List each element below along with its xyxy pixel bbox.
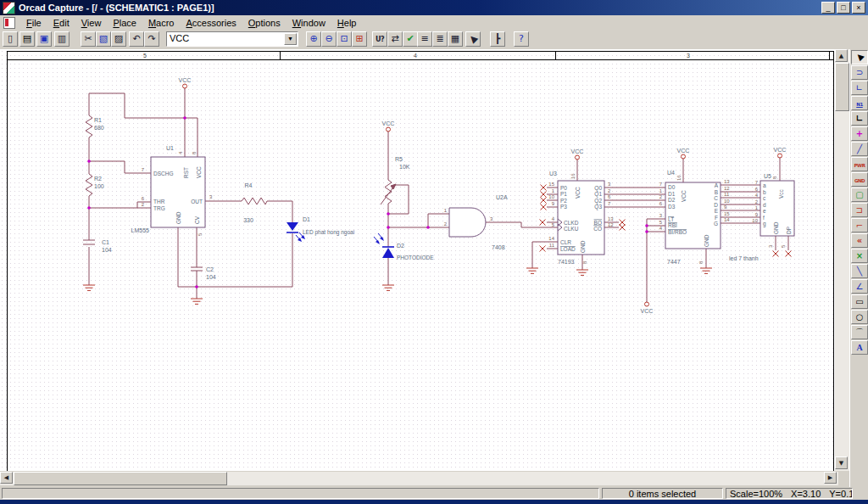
palette-place-power[interactable]: PWR [851, 157, 868, 171]
menu-file[interactable]: File [20, 16, 47, 30]
scroll-right-icon[interactable]: ▶ [824, 472, 837, 484]
palette-place-text[interactable]: A [851, 340, 868, 355]
svg-text:D2: D2 [668, 197, 676, 203]
redo-button[interactable]: ↷ [144, 31, 159, 47]
c1-value: 104 [102, 247, 112, 253]
menu-help[interactable]: Help [331, 16, 363, 30]
svg-text:CLR: CLR [560, 239, 571, 245]
vcc-label: VCC [641, 308, 654, 314]
svg-text:4: 4 [178, 151, 183, 154]
menu-view[interactable]: View [75, 16, 108, 30]
scale-coords-panel: Scale=100% X=3.10 Y=0.10 [726, 488, 853, 499]
back-annotate-button[interactable]: ⇄ [387, 31, 403, 47]
annotate-button[interactable]: U? [372, 31, 387, 47]
scroll-down-icon[interactable]: ▼ [835, 456, 848, 469]
menu-edit[interactable]: Edit [47, 16, 75, 30]
scroll-left-icon[interactable]: ◀ [0, 472, 13, 484]
copy-button[interactable]: ▧ [96, 31, 111, 47]
save-button[interactable]: ▣ [36, 31, 52, 47]
palette-place-ground[interactable]: GND [851, 172, 868, 187]
palette-place-wire[interactable]: ∟ [851, 81, 868, 95]
maximize-button[interactable]: □ [837, 2, 850, 14]
bus-entry-icon: ╱ [857, 144, 862, 154]
zoom-in-button[interactable]: ⊕ [306, 31, 321, 47]
palette-place-part[interactable]: ⊃ [851, 65, 868, 80]
cursor-y: Y=0.10 [829, 489, 853, 498]
close-button[interactable]: × [852, 2, 865, 14]
part-d2-photodiode[interactable] [374, 233, 394, 258]
junction-icon: + [856, 129, 863, 138]
zoom-out-button[interactable]: ⊖ [321, 31, 337, 47]
vscroll-thumb[interactable] [835, 63, 849, 111]
svg-text:5: 5 [552, 222, 555, 227]
palette-place-bus-entry[interactable]: ╱ [851, 142, 868, 156]
palette-place-line[interactable]: ╲ [851, 264, 868, 278]
undo-button[interactable]: ↶ [129, 31, 144, 47]
u1-pin-dschg: DSCHG [153, 171, 173, 176]
palette-place-arc[interactable]: ⌒ [851, 325, 868, 339]
zoom-area-icon: ⊡ [340, 33, 348, 44]
palette-place-junction[interactable]: + [851, 126, 868, 141]
horizontal-scrollbar[interactable]: ◀ ▶ [0, 472, 838, 485]
print-button[interactable]: ▥ [54, 31, 70, 47]
palette-place-bus[interactable]: ∟ [851, 111, 868, 126]
paste-button[interactable]: ▨ [111, 31, 126, 47]
menu-window[interactable]: Window [287, 16, 331, 30]
palette-place-no-connect[interactable]: × [851, 249, 868, 263]
svg-text:1: 1 [755, 205, 759, 210]
svg-text:4: 4 [552, 216, 555, 221]
combo-value[interactable]: VCC [167, 32, 283, 46]
combo-dropdown-icon[interactable]: ▼ [284, 33, 297, 45]
hscroll-thumb[interactable] [14, 472, 227, 485]
part-search-combo[interactable]: VCC ▼ [166, 31, 298, 47]
minimize-button[interactable]: _ [821, 2, 835, 14]
menu-macro[interactable]: Macro [142, 16, 181, 30]
open-button[interactable]: ▤ [19, 31, 35, 47]
svg-text:3: 3 [608, 182, 611, 187]
palette-place-polyline[interactable]: ∠ [851, 279, 868, 294]
zoom-area-button[interactable]: ⊡ [337, 31, 352, 47]
svg-text:8: 8 [582, 260, 587, 264]
part-u4-7447[interactable]: U4 7447 D0 D1 D2 D3 LT RBI BI/RBO A B C … [659, 170, 731, 265]
menu-options[interactable]: Options [242, 16, 287, 30]
svg-text:Q3: Q3 [594, 204, 602, 210]
netlist-button[interactable]: ≡ [417, 31, 432, 47]
palette-place-hierarchical-block[interactable]: ▢ [851, 188, 868, 202]
palette-select-tool[interactable]: ▶ [851, 50, 868, 64]
scroll-up-icon[interactable]: ▲ [835, 49, 848, 62]
part-u1-lm555[interactable]: U1 LM555 DSCHG THR TRG OUT RST VCC GND C… [131, 145, 213, 236]
vertical-scrollbar[interactable]: ▲ ▼ [835, 49, 849, 471]
r5-value: 10K [399, 164, 410, 170]
status-message-panel [2, 488, 599, 499]
cut-button[interactable]: ✂ [81, 31, 96, 47]
c2-value: 104 [206, 274, 216, 280]
palette-place-off-page-connector[interactable]: « [851, 233, 868, 248]
cross-reference-button[interactable]: ≣ [432, 31, 448, 47]
svg-text:Q1: Q1 [594, 191, 602, 198]
svg-text:VCC: VCC [681, 190, 687, 202]
open-icon: ▤ [23, 33, 31, 44]
palette-place-rectangle[interactable]: ▭ [851, 294, 868, 309]
resistors[interactable] [86, 115, 396, 204]
new-button[interactable]: ▯ [3, 31, 18, 47]
menu-accessories[interactable]: Accessories [180, 16, 242, 30]
hierarchy-button[interactable]: ┣ [490, 31, 505, 47]
palette-place-ellipse[interactable]: ○ [851, 310, 868, 324]
palette-place-net-alias[interactable]: N1 [851, 96, 868, 110]
zoom-all-button[interactable]: ⊞ [352, 31, 367, 47]
toolbar: ▯ ▤ ▣ ▥ ✂ ▧ ▨ ↶ ↷ VCC ▼ ⊕ ⊖ ⊡ ⊞ U? ⇄ ✔ ≡… [0, 31, 868, 50]
help-button[interactable]: ? [514, 31, 529, 47]
menu-place[interactable]: Place [107, 16, 142, 30]
select-mode-button[interactable]: ▶ [465, 31, 481, 47]
bom-button[interactable]: ▦ [448, 31, 463, 47]
drc-button[interactable]: ✔ [403, 31, 418, 47]
palette-place-pin[interactable]: ⌐ [851, 218, 868, 232]
part-u3-74193[interactable]: U3 74193 P0 P1 P2 P3 CLKD CLKU CLR LOAD … [548, 171, 614, 265]
arc-icon: ⌒ [855, 328, 864, 337]
svg-text:4: 4 [755, 193, 759, 198]
palette-place-port[interactable]: ⊐ [851, 203, 868, 217]
schematic-canvas[interactable]: 5 4 3 [0, 49, 835, 471]
document-icon[interactable] [3, 17, 15, 29]
annotate-icon: U? [376, 36, 384, 43]
svg-text:P0: P0 [560, 185, 567, 191]
